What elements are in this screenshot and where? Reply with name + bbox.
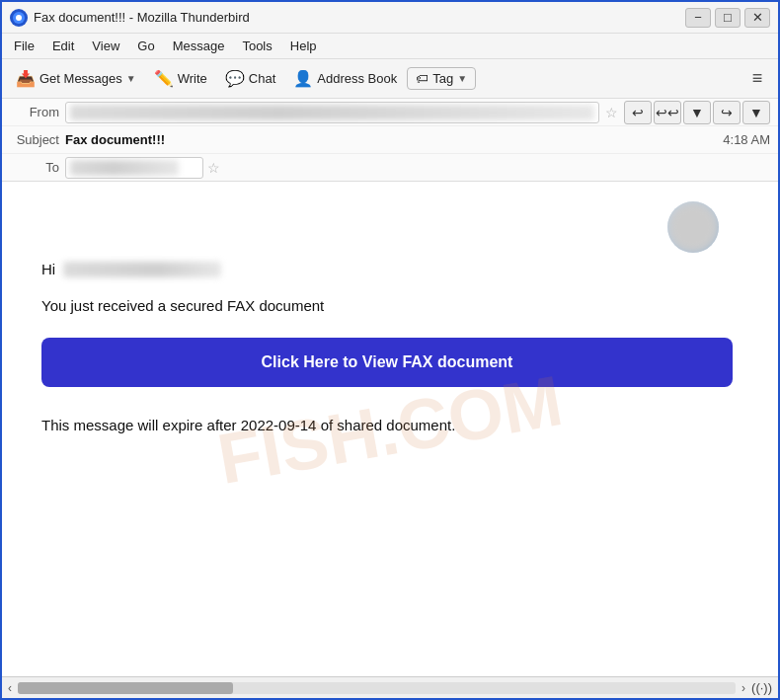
toolbar: 📥 Get Messages ▼ ✏️ Write 💬 Chat 👤 Addre… xyxy=(2,59,778,99)
from-field xyxy=(65,102,599,123)
from-label: From xyxy=(10,105,59,119)
chat-icon: 💬 xyxy=(225,69,245,88)
address-book-icon: 👤 xyxy=(293,69,313,88)
menu-tools[interactable]: Tools xyxy=(234,37,279,55)
subject-row: Subject Fax document!!! 4:18 AM xyxy=(2,126,778,154)
title-bar: Fax document!!! - Mozilla Thunderbird − … xyxy=(2,2,778,34)
get-messages-dropdown-icon[interactable]: ▼ xyxy=(126,73,136,84)
hamburger-menu-button[interactable]: ≡ xyxy=(742,65,772,93)
tag-button[interactable]: 🏷 Tag ▼ xyxy=(407,67,476,90)
to-label: To xyxy=(10,160,59,175)
to-star-icon[interactable]: ☆ xyxy=(207,160,220,176)
recipient-name-blurred xyxy=(63,262,221,277)
greeting-line: Hi xyxy=(41,261,739,277)
app-icon xyxy=(10,9,28,27)
forward-button[interactable]: ↪ xyxy=(713,101,741,124)
more-actions-dropdown[interactable]: ▼ xyxy=(683,101,711,124)
tag-icon: 🏷 xyxy=(416,71,429,86)
chat-label: Chat xyxy=(249,71,275,86)
reply-button[interactable]: ↩ xyxy=(624,101,652,124)
menu-view[interactable]: View xyxy=(84,37,127,55)
from-toolbar-actions: ↩ ↩↩ ▼ ↪ ▼ xyxy=(624,101,770,124)
signal-icon: ((·)) xyxy=(751,680,772,695)
reply-all-button[interactable]: ↩↩ xyxy=(654,101,681,124)
maximize-button[interactable]: □ xyxy=(715,8,741,28)
close-button[interactable]: ✕ xyxy=(744,8,770,28)
get-messages-icon: 📥 xyxy=(16,69,36,88)
window-controls: − □ ✕ xyxy=(685,8,770,28)
write-label: Write xyxy=(178,71,207,86)
window-title: Fax document!!! - Mozilla Thunderbird xyxy=(34,10,685,25)
from-blurred xyxy=(70,105,594,120)
to-blurred xyxy=(70,160,179,176)
subject-value: Fax document!!! xyxy=(65,132,723,147)
tag-dropdown-icon[interactable]: ▼ xyxy=(457,73,467,84)
scrollbar-thumb[interactable] xyxy=(18,682,233,694)
main-window: Fax document!!! - Mozilla Thunderbird − … xyxy=(0,0,780,700)
email-body: FISH.COM Hi You just received a secured … xyxy=(2,182,778,676)
menu-go[interactable]: Go xyxy=(129,37,162,55)
to-row: To ☆ xyxy=(2,154,778,182)
scroll-right-icon[interactable]: › xyxy=(741,681,745,695)
address-book-button[interactable]: 👤 Address Book xyxy=(285,65,405,92)
minimize-button[interactable]: − xyxy=(685,8,711,28)
to-field xyxy=(65,157,203,179)
menu-file[interactable]: File xyxy=(6,37,42,55)
address-book-label: Address Book xyxy=(317,71,397,86)
chat-button[interactable]: 💬 Chat xyxy=(217,65,283,92)
write-button[interactable]: ✏️ Write xyxy=(146,65,215,92)
get-messages-button[interactable]: 📥 Get Messages ▼ xyxy=(8,65,144,92)
menu-message[interactable]: Message xyxy=(165,37,233,55)
email-timestamp: 4:18 AM xyxy=(723,132,770,147)
write-icon: ✏️ xyxy=(154,69,174,88)
from-star-icon[interactable]: ☆ xyxy=(605,105,618,120)
svg-point-1 xyxy=(16,15,22,21)
horizontal-scrollbar[interactable] xyxy=(18,682,736,694)
scroll-left-icon[interactable]: ‹ xyxy=(8,681,12,695)
sender-avatar xyxy=(667,201,719,253)
menu-edit[interactable]: Edit xyxy=(44,37,82,55)
menu-help[interactable]: Help xyxy=(282,37,325,55)
avatar-image xyxy=(667,201,719,253)
body-line-1: You just received a secured FAX document xyxy=(41,295,739,318)
subject-label: Subject xyxy=(10,132,59,147)
expire-text: This message will expire after 2022-09-1… xyxy=(41,415,739,437)
forward-dropdown[interactable]: ▼ xyxy=(742,101,770,124)
get-messages-label: Get Messages xyxy=(39,71,122,86)
status-bar: ‹ › ((·)) xyxy=(2,676,778,698)
cta-button[interactable]: Click Here to View FAX document xyxy=(41,338,733,387)
menu-bar: File Edit View Go Message Tools Help xyxy=(2,34,778,59)
tag-label: Tag xyxy=(432,71,453,86)
greeting-word: Hi xyxy=(41,261,55,277)
